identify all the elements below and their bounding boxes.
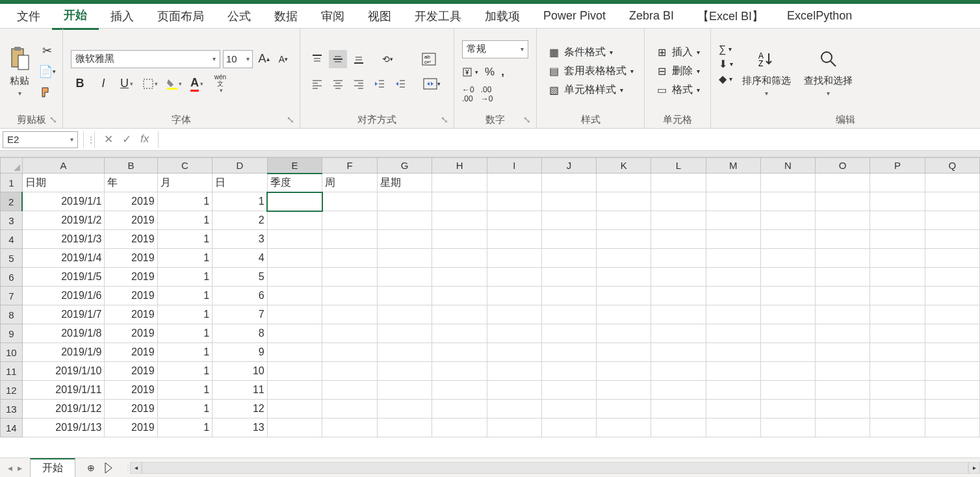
cell-K10[interactable] (597, 343, 651, 362)
cell-A7[interactable]: 2019/1/6 (22, 287, 105, 305)
cell-P2[interactable] (870, 192, 925, 211)
align-launcher-icon[interactable]: ⤡ (441, 114, 448, 125)
row-header-4[interactable]: 4 (1, 230, 23, 249)
cell-M11[interactable] (706, 362, 760, 381)
cell-F2[interactable] (322, 192, 378, 211)
cell-H13[interactable] (432, 400, 487, 419)
cell-E13[interactable] (267, 400, 322, 419)
number-format-select[interactable]: 常规▾ (462, 40, 528, 58)
row-header-14[interactable]: 14 (1, 419, 23, 437)
tab-Power Pivot[interactable]: Power Pivot (532, 4, 617, 28)
cell-O14[interactable] (816, 419, 870, 437)
percent-button[interactable]: % (485, 64, 495, 81)
delete-cells-button[interactable]: ⊟删除 ▾ (652, 63, 703, 79)
align-bottom-button[interactable] (350, 50, 368, 68)
row-header-1[interactable]: 1 (1, 174, 23, 192)
orientation-button[interactable]: ⟲▾ (378, 50, 396, 68)
cell-M1[interactable] (706, 174, 760, 192)
cell-D6[interactable]: 5 (213, 268, 268, 287)
cell-N8[interactable] (760, 305, 815, 324)
cell-H14[interactable] (432, 419, 487, 437)
clipboard-launcher-icon[interactable]: ⤡ (49, 114, 57, 125)
cell-M13[interactable] (706, 400, 760, 419)
cell-F13[interactable] (322, 400, 378, 419)
sheet-tab-active[interactable]: 开始 (30, 458, 75, 478)
cell-L12[interactable] (651, 381, 706, 400)
cell-C5[interactable]: 1 (157, 249, 213, 268)
cell-E2[interactable] (267, 192, 322, 211)
column-header-P[interactable]: P (870, 158, 925, 174)
cell-Q6[interactable] (925, 268, 979, 287)
tab-审阅[interactable]: 审阅 (309, 3, 356, 29)
cell-L3[interactable] (651, 211, 706, 230)
cell-L7[interactable] (651, 287, 706, 305)
cell-B2[interactable]: 2019 (105, 192, 157, 211)
cell-J7[interactable] (541, 287, 596, 305)
cell-L10[interactable] (651, 343, 706, 362)
autosum-button[interactable]: ∑ ▾ (719, 44, 733, 55)
cell-N10[interactable] (760, 343, 815, 362)
cell-I14[interactable] (487, 419, 541, 437)
cell-D4[interactable]: 3 (213, 230, 268, 249)
cell-H11[interactable] (432, 362, 487, 381)
column-header-J[interactable]: J (541, 158, 596, 174)
cell-B10[interactable]: 2019 (105, 343, 157, 362)
column-header-B[interactable]: B (105, 158, 157, 174)
font-size-select[interactable]: 10▾ (223, 50, 253, 68)
increase-indent-button[interactable] (391, 75, 409, 93)
cell-H1[interactable] (432, 174, 487, 192)
enter-formula-button[interactable]: ✓ (122, 133, 131, 146)
column-header-Q[interactable]: Q (925, 158, 979, 174)
column-header-M[interactable]: M (706, 158, 760, 174)
number-launcher-icon[interactable]: ⤡ (523, 114, 531, 125)
cancel-formula-button[interactable]: ✕ (104, 133, 113, 146)
cell-D5[interactable]: 4 (213, 249, 268, 268)
cell-B14[interactable]: 2019 (105, 419, 157, 437)
cell-M12[interactable] (706, 381, 760, 400)
cell-J5[interactable] (541, 249, 596, 268)
cell-D7[interactable]: 6 (213, 287, 268, 305)
cell-D8[interactable]: 7 (213, 305, 268, 324)
cell-O11[interactable] (816, 362, 870, 381)
cell-A11[interactable]: 2019/1/10 (22, 362, 105, 381)
cell-H5[interactable] (432, 249, 487, 268)
cell-A4[interactable]: 2019/1/3 (22, 230, 105, 249)
column-header-A[interactable]: A (22, 158, 105, 174)
cell-K9[interactable] (597, 324, 651, 343)
cell-G11[interactable] (377, 362, 432, 381)
select-all-button[interactable] (1, 158, 23, 174)
cell-K8[interactable] (597, 305, 651, 324)
font-name-select[interactable]: 微软雅黑▾ (71, 50, 220, 68)
row-header-10[interactable]: 10 (1, 343, 23, 362)
cell-L8[interactable] (651, 305, 706, 324)
cell-J1[interactable] (541, 174, 596, 192)
cell-G3[interactable] (377, 211, 432, 230)
cell-H10[interactable] (432, 343, 487, 362)
cell-B6[interactable]: 2019 (105, 268, 157, 287)
tab-开始[interactable]: 开始 (52, 2, 99, 30)
cell-D13[interactable]: 12 (213, 400, 268, 419)
copy-button[interactable]: 📄▾ (38, 63, 56, 80)
cell-D10[interactable]: 9 (213, 343, 268, 362)
cell-I13[interactable] (487, 400, 541, 419)
cell-F6[interactable] (322, 268, 378, 287)
cell-G1[interactable]: 星期 (377, 174, 432, 192)
cell-Q4[interactable] (925, 230, 979, 249)
cell-D11[interactable]: 10 (213, 362, 268, 381)
insert-cells-button[interactable]: ⊞插入 ▾ (652, 44, 703, 60)
cell-N7[interactable] (760, 287, 815, 305)
cell-I7[interactable] (487, 287, 541, 305)
cell-M3[interactable] (706, 211, 760, 230)
cell-K1[interactable] (597, 174, 651, 192)
merge-button[interactable]: ▾ (419, 75, 445, 93)
cell-Q2[interactable] (925, 192, 979, 211)
cell-G8[interactable] (377, 305, 432, 324)
cell-M4[interactable] (706, 230, 760, 249)
tab-数据[interactable]: 数据 (263, 3, 309, 29)
cell-P8[interactable] (870, 305, 925, 324)
cell-K12[interactable] (597, 381, 651, 400)
decrease-font-button[interactable]: A▾ (275, 50, 292, 68)
cell-O2[interactable] (816, 192, 870, 211)
cell-C2[interactable]: 1 (157, 192, 213, 211)
cell-Q1[interactable] (925, 174, 979, 192)
